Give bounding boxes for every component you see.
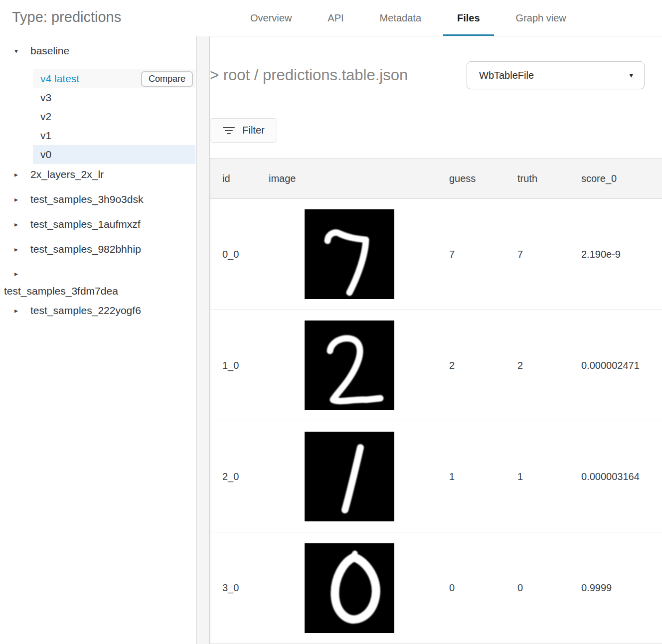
artifact-sidebar: Type: predictions ▾ baseline v4 latest C… [0,0,196,644]
caret-right-icon: ▸ [14,245,21,253]
version-list: v4 latest Compare v3 v2 v1 v0 [12,69,196,164]
file-path-bar: > root / predictions.table.json WbTableF… [210,61,645,89]
filter-button-label: Filter [242,125,264,136]
artifact-browser: Type: predictions ▾ baseline v4 latest C… [0,0,662,644]
tree-item-test-samples-1aufmxzf[interactable]: ▸ test_samples_1aufmxzf [12,212,196,237]
cell-id: 3_0 [222,582,269,594]
tab-files[interactable]: Files [439,0,498,36]
collapsed-group-list: ▸ 2x_layers_2x_lr ▸ test_samples_3h9o3ds… [12,162,196,323]
table-row: 2_0 1 1 0.000003164 [210,421,662,532]
tree-item-label: 2x_layers_2x_lr [30,168,104,180]
version-label: v3 [40,92,51,104]
version-label: v0 [40,149,51,161]
tab-api[interactable]: API [310,0,361,36]
column-header-id: id [222,173,269,184]
tree-item-test-samples-222yogf6[interactable]: ▸ test_samples_222yogf6 [12,298,196,323]
version-label: v2 [40,111,51,123]
tree-item-label: baseline [30,45,69,57]
table-row: 1_0 2 2 0.000002471 [210,310,662,421]
column-header-guess: guess [449,173,517,184]
column-header-score-0: score_0 [581,173,662,184]
tree-item-test-samples-982bhhip[interactable]: ▸ test_samples_982bhhip [12,237,196,262]
tree-item-label: test_samples_982bhhip [30,243,141,255]
breadcrumb: > root / predictions.table.json [210,66,408,84]
version-item-v4[interactable]: v4 latest Compare [33,69,195,88]
tree-item-label: test_samples_3fdm7dea [4,284,196,298]
caret-right-icon: ▸ [14,220,21,228]
mnist-digit-1-image[interactable] [305,432,394,521]
cell-truth: 2 [517,360,581,371]
table-header-row: id image guess truth score_0 [210,159,662,199]
tree-item-label: test_samples_222yogf6 [30,305,141,317]
cell-score-0: 2.190e-9 [581,249,662,260]
table-row: 0_0 7 7 2.190e-9 [210,199,662,310]
caret-right-icon: ▸ [14,270,21,278]
caret-right-icon: ▸ [14,307,21,315]
tree-item-label: test_samples_1aufmxzf [30,218,141,230]
cell-truth: 0 [517,582,581,594]
cell-guess: 0 [449,582,517,594]
version-item-v2[interactable]: v2 [33,107,195,126]
cell-id: 2_0 [222,471,269,483]
filter-button[interactable]: Filter [210,118,277,143]
table-row: 3_0 0 0 0.9999 [210,532,662,644]
renderer-select-value: WbTableFile [479,70,534,81]
sidebar-title: Type: predictions [12,8,196,26]
cell-score-0: 0.000002471 [581,360,662,371]
artifact-main-panel: Overview API Metadata Files Graph view >… [210,0,662,644]
cell-score-0: 0.9999 [581,582,662,594]
mnist-digit-0-image[interactable] [305,543,394,633]
cell-id: 0_0 [222,249,269,260]
tab-graph-view[interactable]: Graph view [498,0,584,36]
cell-truth: 1 [517,471,581,483]
tab-metadata[interactable]: Metadata [362,0,439,36]
caret-right-icon: ▸ [14,195,21,203]
compare-button[interactable]: Compare [141,71,193,87]
caret-down-icon: ▾ [14,47,21,55]
tree-item-test-samples-3h9o3dsk[interactable]: ▸ test_samples_3h9o3dsk [12,187,196,212]
version-item-v3[interactable]: v3 [33,88,195,107]
sidebar-scrollbar[interactable] [196,36,210,644]
tab-overview[interactable]: Overview [232,0,310,36]
artifact-tree: ▾ baseline v4 latest Compare v3 v2 v1 [12,43,196,323]
mnist-digit-2-image[interactable] [305,321,394,410]
cell-guess: 2 [449,360,517,371]
artifact-tab-bar: Overview API Metadata Files Graph view [210,0,662,36]
renderer-select[interactable]: WbTableFile ▾ [467,61,645,89]
cell-guess: 7 [449,249,517,260]
tree-item-test-samples-3fdm7dea[interactable]: ▸ test_samples_3fdm7dea [12,262,196,298]
column-header-truth: truth [517,173,581,184]
mnist-digit-7-image[interactable] [305,209,394,299]
version-item-v0[interactable]: v0 [33,145,195,164]
cell-truth: 7 [517,249,581,260]
tree-item-baseline[interactable]: ▾ baseline [12,43,196,59]
filter-lines-icon [222,126,235,135]
predictions-table: id image guess truth score_0 0_0 7 7 2.1… [210,158,662,644]
caret-right-icon: ▸ [14,170,21,178]
version-item-v1[interactable]: v1 [33,126,195,145]
cell-score-0: 0.000003164 [581,471,662,483]
tree-item-label: test_samples_3h9o3dsk [30,193,143,205]
column-header-image: image [269,173,449,184]
cell-guess: 1 [449,471,517,483]
chevron-down-icon: ▾ [629,71,633,80]
cell-id: 1_0 [222,360,269,371]
version-label: v1 [40,130,51,142]
version-label: v4 latest [40,73,79,85]
tree-item-2x-layers-2x-lr[interactable]: ▸ 2x_layers_2x_lr [12,162,196,187]
